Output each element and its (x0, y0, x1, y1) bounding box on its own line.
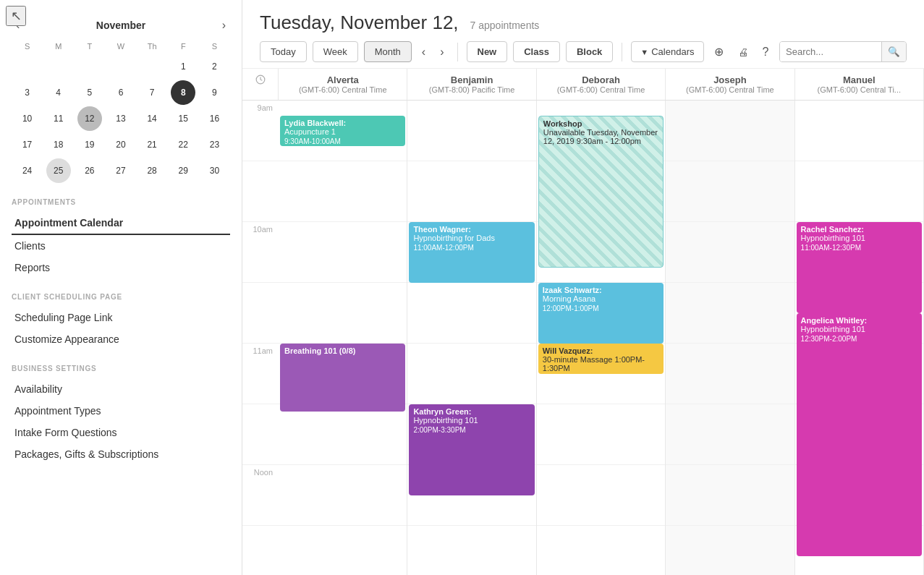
cal-day-20[interactable]: 20 (109, 132, 133, 157)
cal-day-28[interactable]: 28 (140, 158, 164, 183)
appt-theon-wagner[interactable]: Theon Wagner: Hypnobirthing for Dads 11:… (409, 222, 534, 283)
zoom-button[interactable]: ⊕ (710, 42, 728, 61)
alverta-slot-2[interactable] (279, 161, 407, 222)
month-button[interactable]: Month (364, 41, 412, 62)
provider-name-deborah: Deborah (541, 74, 661, 85)
time-10am: 10am (242, 222, 279, 283)
appt-title-lydia: Acupuncture 1 (284, 127, 401, 136)
provider-tz-joseph: (GMT-6:00) Central Time (670, 85, 789, 94)
new-button[interactable]: New (467, 41, 508, 62)
sidebar-item-intake-form-questions[interactable]: Intake Form Questions (12, 422, 230, 443)
cal-day-19[interactable]: 19 (77, 132, 102, 157)
benjamin-slot-4[interactable] (407, 283, 535, 344)
joseph-slot-4[interactable] (666, 283, 794, 344)
appt-workshop-deborah[interactable]: Workshop Unavailable Tuesday, November 1… (538, 116, 664, 268)
appt-name-rachel: Rachel Sanchez: (801, 225, 917, 234)
back-button[interactable]: ↖ (6, 6, 26, 26)
appt-angelica-whitley[interactable]: Angelica Whitley: Hypnobirthing 101 12:3… (797, 313, 922, 556)
cal-day-18[interactable]: 18 (46, 132, 71, 157)
cal-day-5[interactable]: 5 (77, 80, 102, 105)
cal-day-10[interactable]: 10 (15, 106, 40, 131)
cal-day-23[interactable]: 23 (202, 132, 226, 157)
joseph-slot-7[interactable] (666, 465, 794, 526)
sidebar-item-customize-appearance[interactable]: Customize Appearance (12, 328, 230, 350)
print-icon: 🖨 (738, 46, 748, 58)
sidebar-item-availability[interactable]: Availability (12, 378, 230, 400)
manuel-slot-1[interactable] (795, 101, 923, 161)
joseph-slot-6[interactable] (666, 404, 794, 465)
joseph-slot-5[interactable] (666, 344, 794, 404)
alverta-slot-8[interactable] (279, 526, 407, 575)
cal-day-27[interactable]: 27 (109, 158, 133, 183)
appt-rachel-sanchez[interactable]: Rachel Sanchez: Hypnobirthing 101 11:00A… (797, 222, 922, 313)
block-button[interactable]: Block (566, 41, 613, 62)
search-input[interactable] (780, 42, 881, 61)
cal-day-26[interactable]: 26 (77, 158, 102, 183)
benjamin-slot-1[interactable] (407, 101, 535, 161)
week-button[interactable]: Week (313, 41, 358, 62)
cal-day-6[interactable]: 6 (109, 80, 133, 105)
mini-cal-next[interactable]: › (218, 17, 230, 33)
cal-day-8[interactable]: 8 (171, 80, 195, 105)
cal-day-3[interactable]: 3 (15, 80, 40, 105)
deborah-slot-8[interactable] (537, 526, 665, 575)
benjamin-slot-8[interactable] (407, 526, 535, 575)
cal-day-30[interactable]: 30 (202, 158, 226, 183)
cal-day-12[interactable]: 12 (77, 106, 102, 131)
sidebar-item-appointment-types[interactable]: Appointment Types (12, 400, 230, 422)
prev-button[interactable]: ‹ (418, 43, 430, 61)
joseph-slot-1[interactable] (666, 101, 794, 161)
benjamin-slot-5[interactable] (407, 344, 535, 404)
print-button[interactable]: 🖨 (734, 43, 753, 61)
sidebar-item-packages-gifts-subscriptions[interactable]: Packages, Gifts & Subscriptions (12, 443, 230, 465)
appt-will-vazquez[interactable]: Will Vazquez: 30-minute Massage 1:00PM-1… (538, 344, 664, 374)
deborah-slot-7[interactable] (537, 465, 665, 526)
alverta-slot-4[interactable] (279, 283, 407, 344)
calendar-body: 9am 10am 11am Noon 1pm 2pm 3pm (242, 101, 924, 575)
cal-day-16[interactable]: 16 (202, 106, 226, 131)
cal-day-11[interactable]: 11 (46, 106, 71, 131)
appt-lydia-blackwell[interactable]: Lydia Blackwell: Acupuncture 1 9:30AM-10… (280, 116, 405, 146)
alverta-slot-3[interactable] (279, 222, 407, 283)
benjamin-slot-2[interactable] (407, 161, 535, 222)
cal-day-17[interactable]: 17 (15, 132, 40, 157)
next-button[interactable]: › (436, 43, 448, 61)
alverta-slot-7[interactable] (279, 465, 407, 526)
search-button[interactable]: 🔍 (881, 42, 906, 61)
joseph-slot-2[interactable] (666, 161, 794, 222)
cal-day-2[interactable]: 2 (202, 54, 226, 79)
joseph-slot-8[interactable] (666, 526, 794, 575)
manuel-slot-2[interactable] (795, 161, 923, 222)
sidebar-item-clients[interactable]: Clients (12, 235, 230, 257)
cal-day-7[interactable]: 7 (140, 80, 164, 105)
page-title: Tuesday, November 12, (260, 12, 459, 34)
cal-day-1[interactable]: 1 (171, 54, 195, 79)
joseph-slot-3[interactable] (666, 222, 794, 283)
appt-breathing-101[interactable]: Breathing 101 (0/8) (280, 344, 405, 412)
cal-day-13[interactable]: 13 (109, 106, 133, 131)
sidebar-item-appointment-calendar[interactable]: Appointment Calendar (12, 212, 230, 235)
calendars-button[interactable]: ▼ Calendars (631, 41, 703, 62)
appt-time-kathryn: 2:00PM-3:30PM (413, 426, 530, 434)
help-button[interactable]: ? (758, 43, 773, 61)
cal-day-9[interactable]: 9 (202, 80, 226, 105)
cal-day-24[interactable]: 24 (15, 158, 40, 183)
appt-kathryn-green[interactable]: Kathryn Green: Hypnobirthing 101 2:00PM-… (409, 404, 534, 495)
cal-day-25[interactable]: 25 (46, 158, 71, 183)
cal-day-4[interactable]: 4 (46, 80, 71, 105)
sidebar-item-scheduling-page-link[interactable]: Scheduling Page Link (12, 307, 230, 328)
today-button[interactable]: Today (260, 41, 307, 62)
cal-day-29[interactable]: 29 (171, 158, 195, 183)
cal-day-15[interactable]: 15 (171, 106, 195, 131)
cal-day-21[interactable]: 21 (140, 132, 164, 157)
mini-cal-grid: S M T W Th F S 1 2 3 4 5 6 7 8 9 10 11 (12, 39, 230, 184)
class-button[interactable]: Class (513, 41, 560, 62)
appt-izaak-schwartz[interactable]: Izaak Schwartz: Morning Asana 12:00PM-1:… (538, 283, 664, 344)
col-alverta: Lydia Blackwell: Acupuncture 1 9:30AM-10… (279, 101, 407, 575)
deborah-slot-6[interactable] (537, 404, 665, 465)
alverta-slot-6[interactable] (279, 404, 407, 465)
sidebar-item-reports[interactable]: Reports (12, 257, 230, 278)
cal-day-14[interactable]: 14 (140, 106, 164, 131)
appointment-count: 7 appointments (470, 20, 540, 31)
cal-day-22[interactable]: 22 (171, 132, 195, 157)
